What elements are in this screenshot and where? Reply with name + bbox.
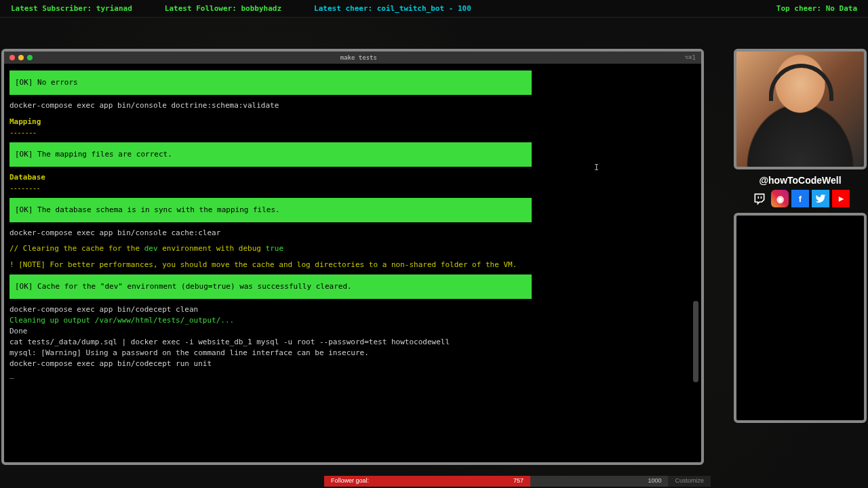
- top-cheer: Top cheer: No Data: [776, 4, 857, 13]
- minimize-icon[interactable]: [18, 55, 24, 60]
- terminal-window[interactable]: make tests ⌥⌘1 [OK] No errors docker-com…: [1, 49, 704, 465]
- section-heading: Mapping: [9, 117, 696, 127]
- goal-label: Follower goal:: [324, 476, 393, 487]
- terminal-line: docker-compose exec app bin/console doct…: [9, 100, 696, 111]
- instagram-icon[interactable]: ◉: [771, 190, 789, 207]
- scrollbar-thumb[interactable]: [693, 301, 698, 382]
- ok-badge: [OK] The mapping files are correct.: [9, 142, 532, 167]
- maximize-icon[interactable]: [27, 55, 33, 60]
- goal-target: 1000: [530, 476, 668, 487]
- terminal-line: mysql: [Warning] Using a password on the…: [9, 348, 696, 359]
- terminal-titlebar[interactable]: make tests ⌥⌘1: [4, 52, 701, 64]
- follower-goal-bar: Follower goal: 757 1000 Customize: [324, 476, 711, 487]
- chat-panel[interactable]: [734, 213, 867, 423]
- terminal-prompt: _: [9, 369, 696, 380]
- terminal-line: docker-compose exec app bin/console cach…: [9, 228, 696, 239]
- customize-button[interactable]: Customize: [668, 476, 711, 487]
- terminal-line: docker-compose exec app bin/codecept run…: [9, 359, 696, 369]
- goal-current: 757: [393, 476, 530, 487]
- terminal-line: Cleaning up output /var/www/html/tests/_…: [9, 315, 696, 326]
- terminal-shortcut-hint: ⌥⌘1: [685, 54, 696, 61]
- top-ticker-bar: Latest Subscriber: tyrianad Latest Follo…: [0, 0, 868, 18]
- terminal-line: docker-compose exec app bin/codecept cle…: [9, 304, 696, 315]
- close-icon[interactable]: [9, 55, 15, 60]
- ok-badge: [OK] Cache for the "dev" environment (de…: [9, 274, 532, 299]
- terminal-note: ! [NOTE] For better performances, you sh…: [9, 260, 696, 270]
- twitch-icon[interactable]: [751, 190, 768, 207]
- terminal-comment: // Clearing the cache for the dev enviro…: [9, 243, 696, 254]
- ok-badge: [OK] The database schema is in sync with…: [9, 198, 532, 222]
- section-divider: -------: [9, 127, 696, 138]
- terminal-scrollbar[interactable]: [693, 64, 698, 460]
- terminal-line: Done: [9, 326, 696, 337]
- ok-badge: [OK] No errors: [9, 70, 532, 95]
- text-cursor-icon: I: [594, 163, 599, 172]
- section-divider: --------: [9, 183, 696, 194]
- facebook-icon[interactable]: f: [791, 190, 809, 207]
- section-heading: Database: [9, 172, 696, 183]
- youtube-icon[interactable]: ▶: [832, 190, 850, 207]
- social-block: @howToCodeWell ◉ f ▶: [734, 175, 867, 207]
- terminal-output[interactable]: [OK] No errors docker-compose exec app b…: [4, 64, 701, 462]
- channel-handle: @howToCodeWell: [734, 175, 867, 186]
- latest-subscriber: Latest Subscriber: tyrianad: [11, 4, 132, 13]
- twitter-icon[interactable]: [812, 190, 829, 207]
- webcam-panel: [734, 49, 867, 169]
- terminal-title: make tests: [33, 54, 685, 61]
- latest-cheer: Latest cheer: coil_twitch_bot - 100: [314, 4, 471, 13]
- terminal-line: cat tests/_data/dump.sql | docker exec -…: [9, 337, 696, 348]
- latest-follower: Latest Follower: bobbyhadz: [165, 4, 281, 13]
